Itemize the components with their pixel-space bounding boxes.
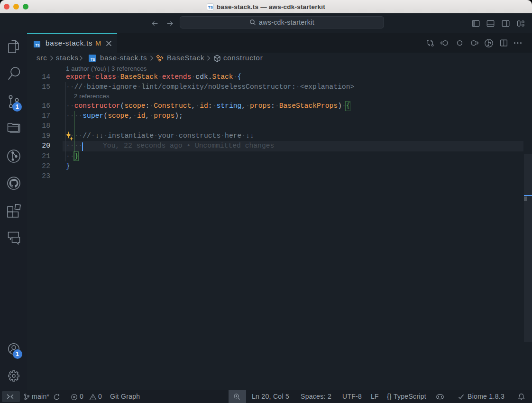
svg-text:TS: TS [91,57,95,62]
svg-text:TS: TS [36,44,40,47]
